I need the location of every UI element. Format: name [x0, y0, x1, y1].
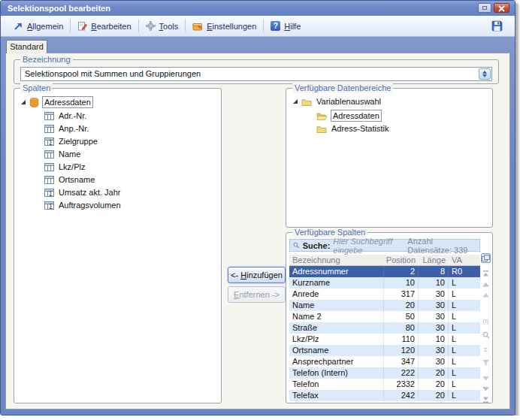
- menu-label: Einstellungen: [207, 22, 256, 31]
- folder-icon: [316, 125, 327, 133]
- table-header[interactable]: Bezeichnung Position Länge VA: [289, 255, 480, 266]
- table-row[interactable]: Anrede31730L: [289, 289, 480, 300]
- cell-name: Straße: [289, 322, 384, 334]
- cell-va: L: [449, 390, 468, 401]
- table-sum-icon: Σ: [44, 189, 54, 197]
- tree-item[interactable]: Adressdaten: [316, 110, 382, 122]
- help-icon: ?: [271, 21, 280, 31]
- menu-bearbeiten[interactable]: Bearbeiten: [71, 19, 138, 34]
- remove-button-suffix: ->: [270, 290, 280, 299]
- cell-position: 317: [384, 289, 419, 300]
- tree-item[interactable]: Ortsname: [44, 174, 96, 185]
- grid-navigator: (I) Σ: [480, 253, 491, 400]
- tree-item[interactable]: Anp.-Nr.: [44, 123, 90, 134]
- column-header-laenge[interactable]: Länge: [419, 255, 449, 265]
- cell-length: 30: [419, 311, 449, 322]
- restore-icon: [482, 6, 487, 10]
- search-input[interactable]: Hier Suchbegriff eingebe: [333, 237, 404, 255]
- tree-item[interactable]: Adress-Statistik: [316, 123, 390, 134]
- cell-position: 50: [384, 311, 419, 322]
- tree-item[interactable]: Adr.-Nr.: [44, 110, 88, 121]
- title-bar[interactable]: Selektionspool bearbeiten: [1, 1, 515, 16]
- svg-text:Σ: Σ: [49, 191, 53, 197]
- table-row[interactable]: Ortsname12030L: [289, 345, 480, 356]
- cell-name: Telefax: [289, 390, 384, 401]
- bezeichnung-combobox[interactable]: Selektionspool mit Summen und Gruppierun…: [20, 67, 492, 81]
- combobox-dropdown-button[interactable]: [479, 68, 491, 80]
- table-row[interactable]: Straße8030L: [289, 322, 480, 334]
- table-row[interactable]: Adressnummer28R0: [289, 266, 480, 277]
- cell-name: Ansprechpartner: [289, 356, 384, 367]
- cell-length: 30: [419, 300, 449, 311]
- cell-va: L: [449, 379, 468, 390]
- table-icon: [44, 112, 54, 120]
- tree-item[interactable]: Name: [44, 149, 82, 159]
- table-icon: [44, 125, 54, 133]
- group-label: Verfügbare Datenbereiche: [292, 83, 393, 93]
- scroll-page-down-icon[interactable]: [481, 384, 491, 394]
- menu-hilfe[interactable]: ? Hilfe: [264, 19, 307, 34]
- sum-icon[interactable]: Σ: [481, 345, 491, 355]
- tree-expander-icon[interactable]: [292, 98, 298, 104]
- column-header-position[interactable]: Position: [384, 255, 419, 265]
- cell-length: 10: [419, 334, 449, 345]
- table-row[interactable]: Telefon233220L: [289, 379, 480, 390]
- cell-length: 20: [419, 379, 449, 390]
- filter-icon[interactable]: [481, 358, 491, 367]
- table-row[interactable]: Kurzname1010L: [289, 277, 480, 289]
- search-bar[interactable]: Suche: Hier Suchbegriff eingebe Anzahl D…: [289, 239, 480, 252]
- cell-va: L: [449, 334, 468, 345]
- combobox-value: Selektionspool mit Summen und Gruppierun…: [25, 69, 201, 78]
- column-header-bezeichnung[interactable]: Bezeichnung: [289, 255, 384, 265]
- menu-label: Hilfe: [284, 22, 301, 31]
- column-header-va[interactable]: VA: [449, 255, 468, 265]
- scroll-first-icon[interactable]: [481, 268, 491, 278]
- menu-allgemein[interactable]: Allgemein: [7, 19, 70, 34]
- menu-einstellungen[interactable]: Einstellungen: [186, 19, 263, 34]
- scroll-last-icon[interactable]: [481, 394, 491, 404]
- restore-button[interactable]: [478, 3, 491, 13]
- cell-name: Name 2: [289, 311, 384, 322]
- gear-icon: [146, 21, 156, 31]
- scroll-up-icon[interactable]: [481, 290, 491, 300]
- group-label: Spalten: [20, 83, 53, 93]
- spin-up-icon: [482, 71, 487, 74]
- menu-label: Bearbeiten: [91, 22, 131, 31]
- table-row[interactable]: Lkz/Plz11010L: [289, 334, 480, 345]
- table-row[interactable]: Telefax24220L: [289, 390, 480, 401]
- cell-position: 120: [384, 345, 419, 356]
- table-icon: [44, 163, 54, 171]
- scroll-page-up-icon[interactable]: [481, 279, 491, 289]
- column-chooser-icon[interactable]: [481, 253, 491, 263]
- tab-standard[interactable]: Standard: [6, 40, 47, 53]
- save-button[interactable]: [491, 20, 503, 32]
- tree-expander-icon[interactable]: [20, 99, 26, 105]
- tree-item[interactable]: Σ Auftragsvolumen: [44, 200, 122, 210]
- tab-label: Standard: [10, 42, 44, 51]
- cell-length: 20: [419, 390, 449, 401]
- search-icon: [293, 241, 300, 249]
- table-row[interactable]: Ansprechpartner34730L: [289, 356, 480, 367]
- tree-item-root[interactable]: Variablenauswahl: [292, 96, 382, 107]
- main-toolbar: Allgemein Bearbeiten Tools Einstellungen…: [1, 16, 515, 37]
- field-info-icon[interactable]: (I): [481, 316, 491, 326]
- tree-item-label: Variablenauswahl: [315, 96, 382, 107]
- scroll-down-icon[interactable]: [481, 373, 491, 383]
- tree-item[interactable]: Σ Umsatz akt. Jahr: [44, 187, 122, 198]
- menu-tools[interactable]: Tools: [139, 19, 186, 34]
- svg-text:Σ: Σ: [49, 204, 53, 210]
- add-button[interactable]: <- Hinzufügen: [228, 267, 286, 283]
- close-button[interactable]: [494, 3, 509, 13]
- tree-item[interactable]: Σ Zielgruppe: [44, 136, 99, 147]
- group-label: Bezeichnung: [20, 55, 73, 65]
- table-row[interactable]: Telefon (Intern)22220L: [289, 367, 480, 379]
- cell-position: 10: [384, 277, 419, 289]
- group-verfuegbare-spalten: Verfügbare Spalten Suche: Hier Suchbegri…: [286, 232, 493, 403]
- menu-label: Allgemein: [27, 22, 63, 31]
- lookup-icon[interactable]: [481, 330, 491, 340]
- tree-item-root[interactable]: Adressdaten: [20, 96, 93, 108]
- table-row[interactable]: Name2030L: [289, 300, 480, 311]
- tree-item[interactable]: Lkz/Plz: [44, 162, 86, 172]
- table-row[interactable]: Name 25030L: [289, 311, 480, 322]
- remove-button[interactable]: Entfernen ->: [228, 286, 286, 303]
